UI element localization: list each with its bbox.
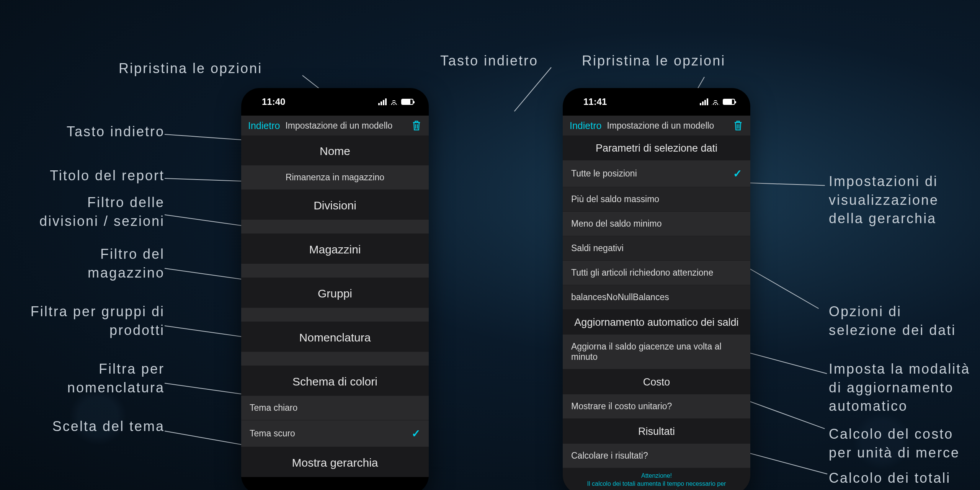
callout-divisions: Filtro delledivisioni / sezioni [39,193,165,230]
battery-icon [401,99,413,105]
status-time: 11:40 [262,96,285,107]
signal-icon [378,98,387,105]
section-divisions: Divisioni [241,190,429,220]
opt-all-positions[interactable]: Tutte le posizioni ✓ [563,160,750,187]
callout-groups: Filtra per gruppi diprodotti [31,302,165,340]
nav-title: Impostazione di un modello [285,121,392,131]
section-name: Nome [241,136,429,165]
section-data-params: Parametri di selezione dati [563,136,750,160]
callout-unit-cost: Calcolo del costoper unità di merce [829,425,960,462]
section-warehouses: Magazzini [241,234,429,264]
check-icon: ✓ [733,167,742,180]
wifi-icon [390,99,398,105]
callout-reset-right: Ripristina le opzioni [582,52,725,70]
theme-dark-label: Tema scuro [250,428,295,439]
callout-back-left: Tasto indietro [67,122,165,141]
section-auto-update: Aggiornamento automatico dei saldi [563,310,750,335]
navbar: Indietro Impostazione di un modello [241,116,429,136]
nomenclature-row[interactable] [241,352,429,366]
callout-theme: Scelta del tema [52,417,165,436]
phone-right: 11:41 Indietro Impostazione di un modell… [563,88,750,490]
status-bar: 11:41 [563,88,750,116]
opt-all-label: Tutte le posizioni [571,168,637,179]
theme-light-row[interactable]: Tema chiaro [241,396,429,420]
callout-hierarchy-settings: Impostazioni divisualizzazionedella gera… [829,172,939,228]
opt-no-null[interactable]: balancesNoNullBalances [563,285,750,310]
section-nomenclature: Nomenclatura [241,322,429,352]
divisions-row[interactable] [241,220,429,234]
section-color-scheme: Schema di colori [241,366,429,396]
opt-above-max[interactable]: Più del saldo massimo [563,187,750,212]
status-time: 11:41 [583,96,607,107]
theme-dark-row[interactable]: Tema scuro ✓ [241,420,429,447]
callout-nomenclature: Filtra pernomenclatura [67,360,165,397]
theme-light-label: Tema chiaro [250,403,297,413]
callout-back-top: Tasto indietro [440,52,538,70]
battery-icon [723,99,735,105]
opt-attention[interactable]: Tutti gli articoli richiedono attenzione [563,261,750,285]
callout-warehouse: Filtro delmagazzino [88,245,165,282]
callout-report-title: Titolo del report [50,167,165,185]
back-button[interactable]: Indietro [570,120,601,131]
navbar: Indietro Impostazione di un modello [563,116,750,136]
warning-text: Attenzione! Il calcolo dei totali aument… [563,468,750,490]
signal-icon [700,98,708,105]
check-icon: ✓ [412,427,420,440]
section-groups: Gruppi [241,278,429,308]
trash-icon[interactable] [733,119,743,132]
opt-below-min[interactable]: Meno del saldo minimo [563,212,750,236]
opt-negative[interactable]: Saldi negativi [563,236,750,261]
section-results: Risultati [563,419,750,444]
name-field[interactable]: Rimanenza in magazzino [241,165,429,190]
groups-row[interactable] [241,308,429,322]
section-cost: Costo [563,369,750,394]
results-row[interactable]: Calcolare i risultati? [563,444,750,468]
back-button[interactable]: Indietro [248,120,280,131]
status-bar: 11:40 [241,88,429,116]
callout-reset-left: Ripristina le opzioni [119,59,262,78]
warehouses-row[interactable] [241,264,429,278]
callout-totals: Calcolo dei totali [829,469,951,488]
callout-auto-update: Imposta la modalitàdi aggiornamentoautom… [829,360,970,416]
section-hierarchy: Mostra gerarchia [241,447,429,477]
callout-data-selection: Opzioni diselezione dei dati [829,302,956,340]
wifi-icon [711,99,720,105]
trash-icon[interactable] [411,119,422,132]
auto-update-row[interactable]: Aggiorna il saldo giacenze una volta al … [563,335,750,369]
cost-row[interactable]: Mostrare il costo unitario? [563,394,750,419]
phone-left: 11:40 Indietro Impostazione di un modell… [241,88,429,490]
nav-title: Impostazione di un modello [607,121,714,131]
line [514,67,552,111]
